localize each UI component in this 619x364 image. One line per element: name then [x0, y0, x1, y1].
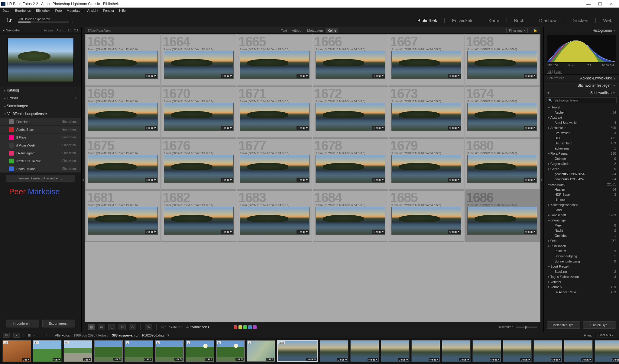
grid-cell[interactable]: 1670 9 mm (OLYMPUS M.9-18mm F4.0-5.6) ◇◉…	[161, 86, 236, 138]
menu-foto[interactable]: Foto	[55, 9, 62, 12]
cell-badges[interactable]: ◇◉▣⚑	[297, 178, 309, 182]
cell-badges[interactable]: ◇◉▣⚑	[221, 74, 233, 78]
grid-cell[interactable]: 1684 9 mm (OLYMPUS M.9-18mm F4.0-5.6) ◇◉…	[313, 190, 388, 242]
source-label[interactable]: Alle Fotos	[55, 333, 70, 337]
keyword-item[interactable]: Land 1	[547, 207, 617, 212]
nav-zoom-option[interactable]: Ausfü.	[57, 29, 65, 32]
keyword-item[interactable]: Sonnenaufgang 1	[547, 253, 617, 259]
publish-service-item[interactable]: jf Flickr Einrichten...	[0, 133, 81, 141]
filmstrip-thumb[interactable]: ◇◉▣⚑	[503, 340, 532, 362]
cell-badges[interactable]: ◇◉▣⚑	[145, 230, 157, 234]
cell-badges[interactable]: ◇◉▣⚑	[221, 178, 233, 182]
grid-cell[interactable]: 1680 9 mm (OLYMPUS M.9-18mm F4.0-5.6) ◇◉…	[465, 138, 540, 190]
keyword-item[interactable]: ▶ Orte 237	[547, 238, 617, 243]
sync-settings-button[interactable]: Einstell. syn.	[583, 321, 616, 329]
module-entwickeln[interactable]: Entwickeln	[451, 18, 474, 23]
keywording-section[interactable]: Stichwörter festlegen ◀	[544, 82, 619, 89]
filmstrip-thumb[interactable]: ◇◉▣⚑	[381, 340, 410, 362]
cell-badges[interactable]: ◇◉▣⚑	[221, 126, 233, 130]
keyword-item[interactable]: Himmel 1	[547, 197, 617, 202]
view-compare-button[interactable]: ◫	[108, 324, 115, 330]
color-label-dot[interactable]	[234, 325, 237, 329]
keyword-item[interactable]: Stacking 2	[547, 269, 617, 274]
cell-badges[interactable]: ◇◉▣⚑	[145, 178, 157, 182]
nav-zoom-option[interactable]: 1:1	[67, 29, 72, 32]
keyword-item[interactable]: ▶ Publikation	[547, 243, 617, 248]
setup-link[interactable]: Einrichten...	[62, 136, 78, 139]
keyword-item[interactable]: DEU 471	[547, 135, 617, 140]
keyword-item[interactable]: ▶ Architektur 1395	[547, 125, 617, 130]
grid-cell[interactable]: 1672 9 mm (OLYMPUS M.9-18mm F4.0-5.6) ◇◉…	[313, 86, 388, 138]
cell-badges[interactable]: ◇◉▣⚑	[145, 74, 157, 78]
collections-section[interactable]: ▶ Sammlungen+	[0, 102, 81, 110]
cell-badges[interactable]: ◇◉▣⚑	[297, 230, 309, 234]
cell-badges[interactable]: ◇◉▣⚑	[372, 178, 385, 182]
painter-tool-button[interactable]: ✎	[145, 324, 152, 330]
keyword-list[interactable]: ▶ _Privat Aachen 84▶ Abstrakt Abtei Brau…	[544, 105, 619, 318]
cell-badges[interactable]: ◇◉▣⚑	[145, 126, 157, 130]
grid-view-icon[interactable]: ▦	[28, 333, 31, 337]
color-label-dot[interactable]	[253, 325, 257, 329]
filmstrip-thumb[interactable]: 5◇▣⚑	[186, 340, 214, 362]
keyword-item[interactable]: ▶ Verkehr	[547, 279, 617, 284]
nav-zoom-option[interactable]: 2:1	[74, 29, 78, 32]
keyword-expand-icon[interactable]: ▼	[547, 285, 550, 288]
menu-bearbeiten[interactable]: Bearbeiten	[15, 9, 31, 12]
color-label-dot[interactable]	[248, 325, 252, 329]
keyword-item[interactable]: ▶ Flora Fauna 380	[547, 151, 617, 156]
filmstrip-filter-select[interactable]: Filter aus▾	[596, 333, 616, 337]
menu-fenster[interactable]: Fenster	[103, 9, 114, 12]
filmstrip-thumb[interactable]: 5◇▣⚑	[125, 340, 153, 362]
grid-cell[interactable]: 1663 9 mm (OLYMPUS M.9-18mm F4.0-5.6) ◇◉…	[85, 34, 160, 86]
filmstrip[interactable]: 16◇▣⚑17◇▣⚑50◇▣⚑◇▣⚑5◇▣⚑5◇▣⚑5◇▣⚑5◇▣⚑6◇▣⚑38…	[0, 338, 619, 364]
navigator-header[interactable]: ▸ Navigator Einpas.Ausfü.1:12:1	[0, 27, 81, 34]
filmstrip-thumb[interactable]: ◇◉▣⚑	[595, 340, 619, 362]
filter-lock-icon[interactable]: 🔒	[533, 28, 537, 32]
publish-service-item[interactable]: LR/Instagram Einrichten...	[0, 149, 81, 157]
window-minimize-button[interactable]: —	[586, 2, 591, 6]
view-grid-button[interactable]: ▦	[88, 324, 95, 330]
grid-cell[interactable]: 1666 9 mm (OLYMPUS M.9-18mm F4.0-5.6) ◇◉…	[313, 34, 388, 86]
filter-tab-attribut[interactable]: Attribut	[290, 28, 304, 33]
keyword-expand-icon[interactable]: ▶	[547, 183, 550, 186]
keyword-item[interactable]: geo:lon=6.12953424 84	[547, 176, 617, 182]
grid-cell[interactable]: 1683 9 mm (OLYMPUS M.9-18mm F4.0-5.6) ◇◉…	[237, 190, 312, 242]
keyword-item[interactable]: Aachen 84	[547, 110, 617, 115]
filmstrip-thumb[interactable]: ◇◉▣⚑	[320, 340, 348, 362]
cell-badges[interactable]: ◇◉▣⚑	[372, 74, 385, 78]
publish-section[interactable]: ▼ Veröffentlichungsdienste+	[0, 110, 81, 118]
filmstrip-thumb[interactable]: ◇▣⚑	[94, 340, 123, 362]
module-karte[interactable]: Karte	[488, 18, 500, 23]
nav-zoom-option[interactable]: Einpas.	[44, 29, 54, 32]
keyword-expand-icon[interactable]: ▶	[547, 265, 550, 268]
keyword-item[interactable]: Abtei Brauweiler 4	[547, 120, 617, 125]
export-button[interactable]: Exportieren...	[42, 320, 76, 327]
keyword-expand-icon[interactable]: ▶	[547, 152, 550, 155]
grid-cell[interactable]: 1679 9 mm (OLYMPUS M.9-18mm F4.0-5.6) ◇◉…	[389, 138, 464, 190]
keyword-expand-icon[interactable]: ▶	[547, 116, 550, 119]
grid-cell[interactable]: 1665 9 mm (OLYMPUS M.9-18mm F4.0-5.6) ◇◉…	[237, 34, 312, 86]
cell-badges[interactable]: ◇◉▣⚑	[524, 178, 536, 182]
module-web[interactable]: Web	[602, 18, 613, 23]
module-buch[interactable]: Buch	[514, 18, 525, 23]
publish-service-item[interactable]: Festplatte Einrichten...	[0, 118, 81, 125]
second-window-button[interactable]: ⧉	[3, 333, 10, 338]
identity-plate[interactable]: Peer Markoise	[9, 187, 72, 196]
module-drucken[interactable]: Drucken	[571, 18, 589, 23]
find-services-button[interactable]: Weitere Dienste online suchen ...	[6, 175, 75, 182]
grid-cell[interactable]: 1686 9 mm (OLYMPUS M.9-18mm F4.0-5.6) ◇◉…	[465, 190, 540, 242]
color-label-dot[interactable]	[243, 325, 247, 329]
keyword-filter-input[interactable]: 🔍 Stichwörter filtern	[546, 97, 617, 103]
keyword-expand-icon[interactable]: ▶	[547, 126, 550, 129]
filmstrip-thumb[interactable]: ◇◉▣⚑	[411, 340, 440, 362]
keyword-item[interactable]: ▶ Sport Freizeit	[547, 264, 617, 269]
menu-bibliothek[interactable]: Bibliothek	[36, 9, 50, 12]
keyword-item[interactable]: HDR-Base 3	[547, 192, 617, 197]
setup-link[interactable]: Einrichten...	[62, 159, 78, 163]
folders-section[interactable]: ▶ Ordner+ ·	[0, 94, 81, 102]
grid-cell[interactable]: 1675 9 mm (OLYMPUS M.9-18mm F4.0-5.6) ◇◉…	[85, 138, 160, 190]
cell-badges[interactable]: ◇◉▣⚑	[221, 230, 233, 234]
catalog-section[interactable]: ▶ Katalog+	[0, 86, 81, 94]
keyword-item[interactable]: ▶ _Privat	[547, 105, 617, 110]
cell-badges[interactable]: ◇◉▣⚑	[372, 126, 385, 130]
